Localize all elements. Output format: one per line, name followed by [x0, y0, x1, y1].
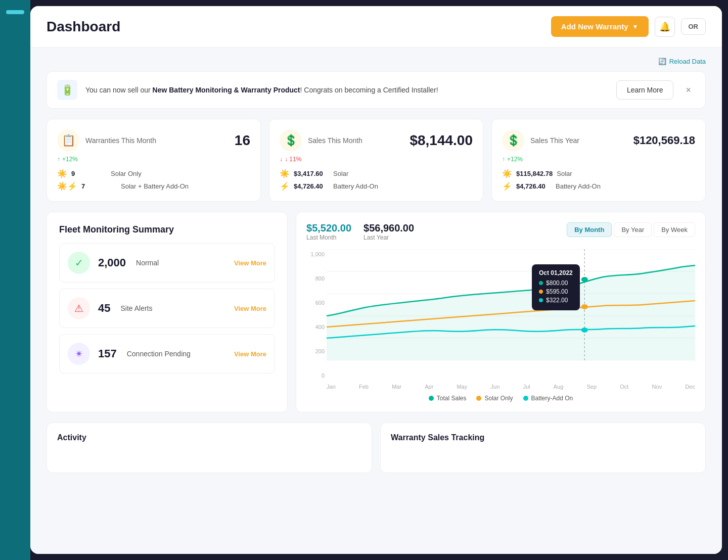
chevron-down-icon: ▼: [632, 23, 639, 30]
legend-total-label: Total Sales: [437, 395, 467, 402]
warranties-label: Warranties This Month: [85, 136, 229, 145]
sales-year-label: Sales This Year: [530, 136, 627, 145]
activity-title: Activity: [57, 433, 361, 442]
warranty-tracking-card: Warranty Sales Tracking: [380, 423, 706, 473]
stat-card-sales-year: 💲 Sales This Year $120,569.18 ↑ +12% ☀️ …: [491, 119, 706, 202]
x-feb: Feb: [359, 384, 369, 390]
pending-count: 157: [98, 347, 117, 360]
x-jan: Jan: [327, 384, 336, 390]
pending-icon: ✴: [68, 343, 90, 365]
x-jun: Jun: [491, 384, 500, 390]
by-month-button[interactable]: By Month: [567, 222, 612, 237]
by-week-button[interactable]: By Week: [654, 222, 695, 237]
activity-card: Activity: [47, 423, 372, 473]
solar-year-label: Solar: [557, 170, 572, 177]
notification-button[interactable]: 🔔: [655, 17, 675, 37]
stat-breakdown-row-2: ☀️⚡ 7 Solar + Battery Add-On: [57, 181, 250, 191]
stat-card-top-3: 💲 Sales This Year $120,569.18: [502, 129, 695, 152]
banner-prefix: You can now sell our: [85, 86, 153, 94]
x-nov: Nov: [652, 384, 662, 390]
sales-month-label: Sales This Month: [308, 136, 403, 145]
warranties-icon: 📋: [57, 129, 79, 152]
battery-year-num: $4,726.40: [516, 182, 552, 190]
fleet-item-normal: ✓ 2,000 Normal View More: [59, 243, 275, 283]
stat-card-top: 📋 Warranties This Month 16: [57, 129, 250, 152]
legend-battery-label: Battery-Add On: [531, 395, 573, 402]
solar-label: Solar Only: [111, 170, 142, 177]
sales-year-change-pct: +12%: [507, 156, 523, 163]
reload-label: Reload Data: [669, 58, 706, 65]
last-year-label: Last Year: [363, 234, 414, 241]
header: Dashboard Add New Warranty ▼ 🔔 OR: [30, 6, 722, 48]
alerts-label: Site Alerts: [120, 304, 225, 312]
header-actions: Add New Warranty ▼ 🔔 OR: [551, 16, 706, 37]
banner-text: You can now sell our New Battery Monitor…: [85, 86, 608, 94]
fleet-item-alerts: ⚠ 45 Site Alerts View More: [59, 289, 275, 328]
normal-icon: ✓: [68, 252, 90, 274]
x-jul: Jul: [523, 384, 530, 390]
reload-row: 🔄 Reload Data: [47, 58, 706, 65]
warranties-value: 16: [235, 132, 250, 149]
sales-year-change: ↑ +12%: [502, 156, 695, 163]
chart-stat-last-month: $5,520.00 Last Month: [306, 222, 351, 241]
svg-point-9: [581, 328, 588, 333]
normal-count: 2,000: [98, 256, 126, 269]
chart-stats: $5,520.00 Last Month $56,960.00 Last Yea…: [306, 222, 414, 241]
sidebar-accent: [6, 10, 24, 14]
solar-battery-num: 7: [81, 182, 117, 190]
battery2-icon: ⚡: [280, 181, 290, 191]
down-arrow-icon: ↓: [280, 156, 283, 163]
svg-point-7: [581, 277, 588, 282]
last-month-value: $5,520.00: [306, 222, 351, 234]
reload-button[interactable]: 🔄 Reload Data: [658, 58, 706, 65]
sales-year-value: $120,569.18: [633, 134, 695, 147]
up-arrow2-icon: ↑: [502, 156, 505, 163]
y-0: 0: [306, 372, 325, 379]
fleet-items: ✓ 2,000 Normal View More ⚠ 45 Site Alert…: [59, 243, 275, 374]
last-month-label: Last Month: [306, 234, 351, 241]
add-warranty-button[interactable]: Add New Warranty ▼: [551, 16, 649, 37]
stat-card-sales-month: 💲 Sales This Month $8,144.00 ↓ ↓ 11% ☀️ …: [269, 119, 483, 202]
battery-month-num: $4,726.40: [294, 182, 329, 190]
sales-month-breakdown: ☀️ $3,417.60 Solar ⚡ $4,726.40 Battery A…: [280, 169, 473, 191]
sales-month-change-pct: ↓ 11%: [285, 156, 301, 163]
main-container: Dashboard Add New Warranty ▼ 🔔 OR 🔄 Relo…: [30, 6, 722, 554]
x-dec: Dec: [685, 384, 695, 390]
solar-year-num: $115,842.78: [516, 170, 553, 177]
reload-icon: 🔄: [658, 58, 666, 65]
chart-yaxis: 1,000 800 600 400 200 0: [306, 249, 325, 381]
by-year-button[interactable]: By Year: [614, 222, 652, 237]
battery-year-label: Battery Add-On: [556, 182, 601, 190]
battery-month-row: ⚡ $4,726.40 Battery Add-On: [280, 181, 473, 191]
banner-bold: New Battery Monitoring & Warranty Produc…: [153, 86, 300, 94]
chart-svg: [327, 249, 695, 360]
bell-icon: 🔔: [659, 21, 670, 32]
normal-view-more-button[interactable]: View More: [234, 259, 266, 267]
alert-icon: ⚠: [68, 297, 90, 319]
y-400: 400: [306, 324, 325, 330]
warranties-change: ↑ +12%: [57, 156, 250, 163]
battery3-icon: ⚡: [502, 181, 512, 191]
sales-year-breakdown: ☀️ $115,842.78 Solar ⚡ $4,726.40 Battery…: [502, 169, 695, 191]
warranty-tracking-title: Warranty Sales Tracking: [391, 433, 695, 442]
x-sep: Sep: [587, 384, 597, 390]
legend-battery: Battery-Add On: [523, 395, 573, 402]
page-title: Dashboard: [47, 19, 120, 35]
solar-num: 9: [71, 170, 107, 177]
solar-month-num: $3,417.60: [294, 170, 329, 177]
battery-icon: 🔋: [61, 84, 74, 96]
warranties-breakdown: ☀️ 9 Solar Only ☀️⚡ 7 Solar + Battery Ad…: [57, 169, 250, 191]
alerts-view-more-button[interactable]: View More: [234, 305, 266, 312]
sales-month-icon: 💲: [280, 129, 302, 152]
chart-header: $5,520.00 Last Month $56,960.00 Last Yea…: [306, 222, 695, 241]
learn-more-button[interactable]: Learn More: [616, 80, 674, 100]
sales-year-icon: 💲: [502, 129, 524, 152]
chart-xaxis: Jan Feb Mar Apr May Jun Jul Aug Sep Oct …: [306, 381, 695, 390]
content: 🔄 Reload Data 🔋 You can now sell our New…: [30, 48, 722, 554]
user-button[interactable]: OR: [681, 18, 706, 35]
pending-view-more-button[interactable]: View More: [234, 350, 266, 358]
last-year-value: $56,960.00: [363, 222, 414, 234]
chart-stat-last-year: $56,960.00 Last Year: [363, 222, 414, 241]
legend-dot-battery: [523, 396, 528, 401]
close-banner-button[interactable]: ×: [681, 85, 695, 96]
